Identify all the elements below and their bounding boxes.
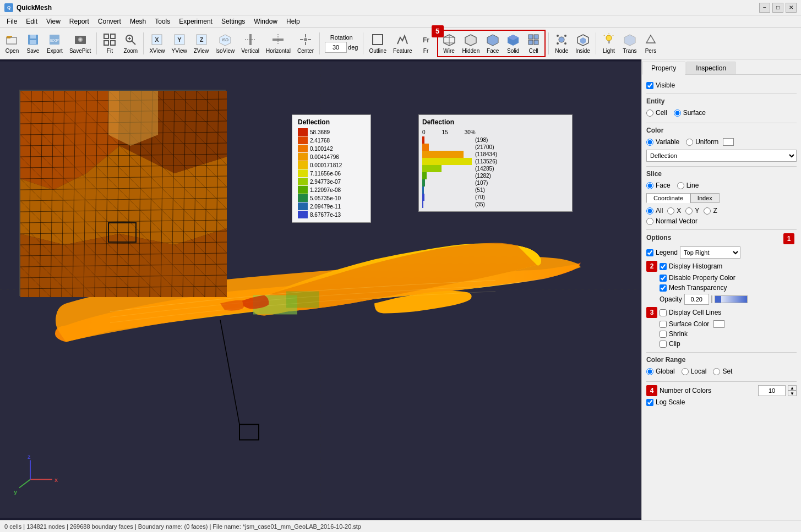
slice-all-radio[interactable] — [646, 207, 653, 215]
slice-x-radio[interactable] — [667, 207, 674, 215]
slice-line-label: Line — [686, 182, 699, 189]
svg-point-53 — [557, 42, 559, 45]
menu-tools[interactable]: Tools — [150, 17, 175, 26]
color-dropdown[interactable]: Deflection Pressure Velocity — [646, 150, 797, 162]
legend-value-7: 1.22097e-08 — [310, 187, 365, 193]
display-histogram-checkbox[interactable] — [660, 263, 667, 270]
horizontal-button[interactable]: Horizontal — [263, 29, 293, 58]
svg-point-54 — [564, 42, 566, 45]
rotation-unit: deg — [348, 44, 358, 51]
open-button[interactable]: Open — [2, 29, 22, 58]
slice-normal-radio[interactable] — [646, 218, 653, 225]
color-variable-radio[interactable] — [646, 139, 653, 146]
yview-button[interactable]: Y YView — [169, 29, 190, 58]
menu-view[interactable]: View — [42, 17, 65, 26]
slice-face-radio[interactable] — [646, 182, 653, 189]
mesh-transparency-checkbox[interactable] — [660, 284, 667, 292]
feature-button[interactable]: Feature — [390, 29, 415, 58]
visible-checkbox[interactable] — [646, 82, 653, 89]
local-radio[interactable] — [682, 368, 689, 375]
hist-row-8 — [422, 194, 472, 201]
display-cell-lines-checkbox[interactable] — [660, 309, 667, 316]
shrink-checkbox[interactable] — [660, 331, 667, 338]
menu-report[interactable]: Report — [65, 17, 94, 26]
menu-help[interactable]: Help — [282, 17, 304, 26]
zoom-button[interactable]: Zoom — [121, 29, 140, 58]
zview-icon: Z — [194, 32, 209, 47]
log-scale-checkbox[interactable] — [646, 399, 653, 406]
entity-cell-radio[interactable] — [646, 109, 653, 117]
svg-line-16 — [132, 41, 135, 45]
svg-marker-56 — [580, 37, 586, 44]
zview-button[interactable]: Z ZView — [191, 29, 212, 58]
display-cell-lines-row: 3 Display Cell Lines — [646, 307, 797, 318]
xview-button[interactable]: X XView — [146, 29, 167, 58]
pers-button[interactable]: Pers — [641, 29, 661, 58]
badge-5: 5 — [432, 25, 444, 37]
menu-mesh[interactable]: Mesh — [126, 17, 150, 26]
tab-property[interactable]: Property — [642, 62, 685, 75]
menu-convert[interactable]: Convert — [94, 17, 126, 26]
cell-button[interactable]: Cell — [524, 29, 543, 58]
global-radio[interactable] — [646, 368, 653, 375]
menu-settings[interactable]: Settings — [217, 17, 249, 26]
menu-edit[interactable]: Edit — [21, 17, 42, 26]
outline-button[interactable]: Outline — [366, 29, 389, 58]
zoom-label: Zoom — [124, 48, 138, 54]
main-area: x z y — [0, 59, 801, 520]
legend-position-select[interactable]: Top Right Top Left Bottom Right Bottom L… — [680, 246, 740, 259]
face-button[interactable]: Face — [483, 29, 503, 58]
rotation-label: Rotation — [330, 34, 353, 41]
solid-button[interactable]: Solid — [503, 29, 523, 58]
viewport[interactable]: x z y — [0, 59, 641, 520]
legend-value-0: 58.3689 — [310, 129, 365, 135]
inside-button[interactable]: Inside — [573, 29, 593, 58]
export-button[interactable]: EXP Export — [44, 29, 66, 58]
trans-button[interactable]: Trans — [620, 29, 640, 58]
tab-coordinate[interactable]: Coordinate — [646, 193, 690, 203]
color-uniform-radio[interactable] — [686, 139, 693, 146]
svg-rect-12 — [111, 34, 115, 39]
set-radio[interactable] — [713, 368, 720, 375]
hist-counts-column: (198) (21700) (118434) (113526) (14285) … — [475, 136, 497, 208]
surface-color-checkbox[interactable] — [660, 321, 667, 328]
save-button[interactable]: Save — [23, 29, 43, 58]
menu-experiment[interactable]: Experiment — [175, 17, 217, 26]
trans-icon — [623, 32, 637, 47]
disable-property-color-checkbox[interactable] — [660, 275, 667, 282]
hidden-button[interactable]: Hidden — [460, 29, 483, 58]
slice-z-radio[interactable] — [704, 207, 711, 215]
spinner-down[interactable]: ▼ — [788, 391, 797, 396]
tab-index[interactable]: Index — [690, 193, 720, 203]
minimize-button[interactable]: − — [759, 3, 770, 13]
vertical-button[interactable]: Vertical — [238, 29, 262, 58]
menu-file[interactable]: File — [2, 17, 21, 26]
opacity-input[interactable] — [684, 294, 709, 305]
savepict-button[interactable]: SavePict — [67, 29, 94, 58]
svg-marker-42 — [465, 35, 476, 46]
spinner-up[interactable]: ▲ — [788, 385, 797, 391]
opacity-spinner-up[interactable] — [711, 295, 712, 303]
color-title: Color — [646, 127, 797, 134]
light-button[interactable]: Light — [599, 29, 619, 58]
maximize-button[interactable]: □ — [772, 3, 783, 13]
legend-color-9 — [298, 202, 308, 210]
close-button[interactable]: ✕ — [786, 3, 797, 13]
isoview-button[interactable]: ISO IsoView — [212, 29, 237, 58]
entity-surface-radio[interactable] — [674, 109, 681, 117]
tab-inspection[interactable]: Inspection — [686, 62, 735, 74]
titlebar-controls[interactable]: − □ ✕ — [759, 3, 797, 13]
slice-line-row: Line — [677, 182, 699, 189]
histogram-overlay: Deflection 0 15 30% — [418, 114, 573, 212]
menu-window[interactable]: Window — [249, 17, 282, 26]
slice-y-radio[interactable] — [685, 207, 693, 215]
legend-checkbox[interactable] — [646, 249, 653, 256]
sep1 — [96, 32, 97, 54]
slice-line-radio[interactable] — [677, 182, 684, 189]
rotation-input[interactable] — [325, 42, 347, 53]
node-button[interactable]: Node — [552, 29, 571, 58]
clip-checkbox[interactable] — [660, 341, 667, 348]
number-colors-input[interactable] — [758, 385, 786, 396]
center-button[interactable]: Center — [295, 29, 317, 58]
fit-button[interactable]: Fit — [100, 29, 119, 58]
